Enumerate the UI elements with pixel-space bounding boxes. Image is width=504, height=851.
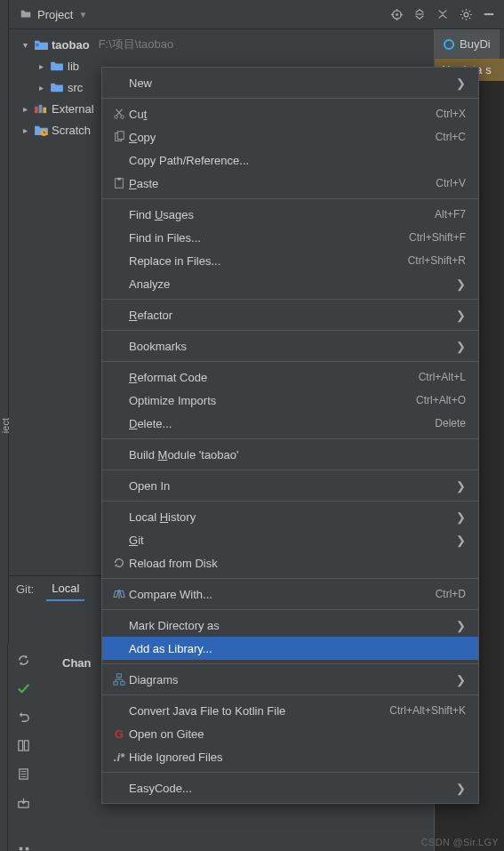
- menu-item-delete[interactable]: Delete...Delete: [102, 412, 478, 435]
- menu-item-label: Bookmarks: [129, 340, 451, 353]
- left-rail-project-label[interactable]: ject: [0, 418, 8, 433]
- changelist-icon[interactable]: [14, 764, 34, 783]
- menu-item-label: Copy: [129, 131, 436, 144]
- module-folder-icon: [34, 37, 48, 52]
- menu-item-replace-in-files[interactable]: Replace in Files...Ctrl+Shift+R: [102, 249, 478, 272]
- expand-all-icon[interactable]: [410, 4, 429, 24]
- menu-item-find-in-files[interactable]: Find in Files...Ctrl+Shift+F: [102, 226, 478, 249]
- menu-item-label: Analyze: [129, 277, 451, 291]
- menu-item-build-module-taobao[interactable]: Build Module 'taobao': [102, 443, 478, 466]
- tree-item-label: External: [52, 102, 94, 116]
- menu-item-new[interactable]: New❯: [102, 71, 478, 94]
- menu-item-label: Open on Gitee: [129, 727, 466, 741]
- svg-rect-10: [35, 106, 38, 112]
- context-menu: New❯CutCtrl+XCopyCtrl+CCopy Path/Referen…: [101, 67, 479, 804]
- menu-item-shortcut: Ctrl+Shift+R: [408, 254, 466, 267]
- project-icon: [20, 8, 32, 20]
- menu-item-shortcut: Ctrl+C: [436, 131, 466, 143]
- chevron-right-icon: ❯: [456, 673, 466, 686]
- svg-rect-14: [19, 740, 23, 750]
- refresh-icon[interactable]: [14, 650, 34, 670]
- svg-rect-9: [36, 43, 39, 46]
- settings-icon[interactable]: [456, 4, 476, 24]
- svg-rect-11: [38, 104, 42, 112]
- menu-item-hide-ignored-files[interactable]: .i*Hide Ignored Files: [102, 745, 478, 768]
- menu-item-compare-with[interactable]: Compare With...Ctrl+D: [102, 582, 478, 606]
- project-toolbar: Project ▼: [9, 0, 504, 29]
- svg-point-29: [121, 116, 124, 119]
- menu-item-optimize-imports[interactable]: Optimize ImportsCtrl+Alt+O: [102, 389, 478, 412]
- menu-item-copy[interactable]: CopyCtrl+C: [102, 125, 478, 149]
- watermark: CSDN @Sir.LGY: [421, 837, 499, 847]
- menu-separator: [102, 330, 478, 331]
- external-libraries-icon: [34, 101, 48, 116]
- svg-point-1: [396, 13, 398, 16]
- menu-separator: [102, 98, 478, 99]
- menu-item-label: Delete...: [129, 417, 435, 430]
- shelve-icon[interactable]: [14, 792, 34, 812]
- chevron-right-icon: ❯: [456, 340, 466, 353]
- menu-item-copy-path-reference[interactable]: Copy Path/Reference...: [102, 149, 478, 172]
- editor-tab-buydi[interactable]: BuyDi: [435, 29, 500, 59]
- menu-item-paste[interactable]: PasteCtrl+V: [102, 172, 478, 195]
- vcs-tool-column: [7, 643, 39, 851]
- chevron-right-icon: ❯: [456, 277, 466, 291]
- project-label-text: Project: [37, 8, 73, 21]
- svg-rect-35: [116, 674, 121, 678]
- git-tab-local[interactable]: Local: [46, 577, 84, 601]
- menu-item-refactor[interactable]: Refactor❯: [102, 303, 478, 326]
- menu-item-analyze[interactable]: Analyze❯: [102, 272, 478, 295]
- menu-item-easycode[interactable]: EasyCode...❯: [102, 776, 478, 799]
- menu-item-bookmarks[interactable]: Bookmarks❯: [102, 334, 478, 357]
- menu-item-reload-from-disk[interactable]: Reload from Disk: [102, 551, 478, 574]
- tree-root-taobao[interactable]: ▾ taobao F:\项目\taobao: [9, 34, 434, 55]
- editor-tab-label: BuyDi: [460, 37, 491, 51]
- chevron-down-icon: ▼: [78, 10, 87, 20]
- cut-icon: [109, 108, 129, 120]
- gitee-icon: G: [109, 727, 129, 741]
- menu-item-label: Compare With...: [129, 588, 436, 601]
- tree-root-label: taobao: [52, 38, 90, 52]
- chevron-right-icon: ▸: [36, 61, 46, 71]
- menu-item-add-as-library[interactable]: Add as Library...: [102, 637, 478, 660]
- rollback-icon[interactable]: [14, 707, 34, 727]
- menu-item-open-in[interactable]: Open In❯: [102, 474, 478, 497]
- menu-separator: [102, 578, 478, 579]
- hide-icon[interactable]: [479, 4, 499, 24]
- menu-separator: [102, 772, 478, 773]
- scratches-icon: [34, 123, 48, 137]
- commit-icon[interactable]: [14, 678, 34, 698]
- menu-item-cut[interactable]: CutCtrl+X: [102, 102, 478, 125]
- menu-item-mark-directory-as[interactable]: Mark Directory as❯: [102, 614, 478, 637]
- reload-icon: [109, 557, 129, 569]
- locate-icon[interactable]: [387, 4, 406, 24]
- menu-item-local-history[interactable]: Local History❯: [102, 505, 478, 528]
- project-dropdown[interactable]: Project ▼: [14, 8, 92, 21]
- menu-item-diagrams[interactable]: Diagrams❯: [102, 668, 478, 691]
- tree-item-label: src: [68, 81, 83, 94]
- chevron-down-icon: ▾: [20, 40, 30, 50]
- menu-item-open-on-gitee[interactable]: GOpen on Gitee: [102, 722, 478, 745]
- menu-separator: [102, 663, 478, 664]
- group-by-icon[interactable]: [14, 842, 34, 851]
- copy-icon: [109, 131, 129, 143]
- svg-rect-22: [25, 847, 28, 851]
- svg-rect-21: [19, 847, 22, 851]
- menu-item-shortcut: Ctrl+V: [436, 177, 466, 189]
- menu-separator: [102, 438, 478, 439]
- menu-item-label: Replace in Files...: [129, 254, 408, 268]
- menu-item-find-usages[interactable]: Find UsagesAlt+F7: [102, 203, 478, 226]
- menu-item-convert-java-file-to-kotlin-file[interactable]: Convert Java File to Kotlin FileCtrl+Alt…: [102, 699, 478, 722]
- diff-icon[interactable]: [14, 735, 34, 755]
- menu-item-reformat-code[interactable]: Reformat CodeCtrl+Alt+L: [102, 365, 478, 389]
- hide-icon: .i*: [109, 751, 129, 764]
- menu-item-label: Mark Directory as: [129, 619, 451, 632]
- menu-item-label: Cut: [129, 108, 436, 121]
- menu-item-label: Find in Files...: [129, 231, 409, 245]
- collapse-all-icon[interactable]: [433, 4, 452, 24]
- menu-item-shortcut: Ctrl+Shift+F: [409, 231, 466, 244]
- diagram-icon: [109, 673, 129, 686]
- menu-item-label: Refactor: [129, 309, 451, 322]
- menu-item-git[interactable]: Git❯: [102, 528, 478, 551]
- changes-label[interactable]: Chan: [62, 656, 92, 670]
